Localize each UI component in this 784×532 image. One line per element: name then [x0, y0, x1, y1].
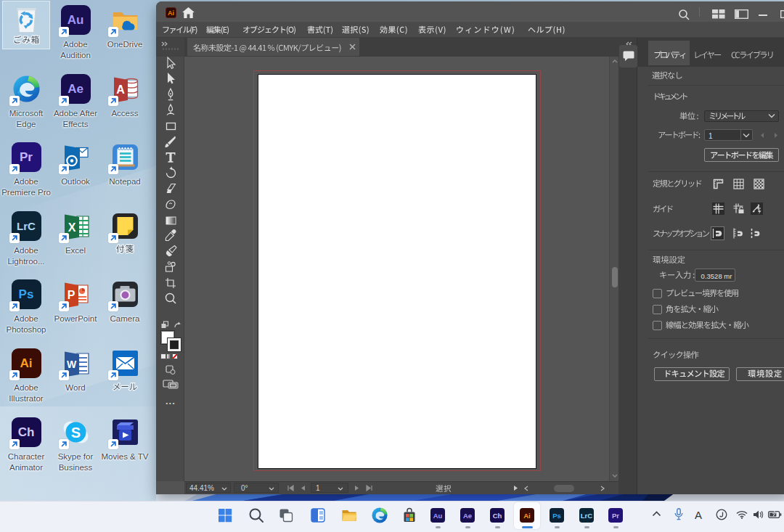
svg-text:P: P	[67, 289, 75, 301]
svg-text:A: A	[116, 83, 125, 96]
svg-text:S: S	[70, 425, 80, 441]
svg-text:X: X	[68, 221, 75, 234]
svg-text:W: W	[66, 359, 76, 370]
